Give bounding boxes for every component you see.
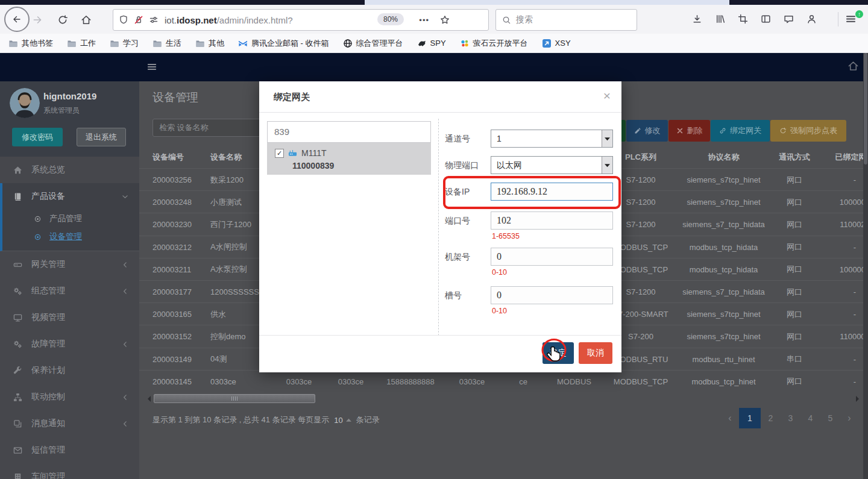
channel-select[interactable]: 1 [491,130,613,148]
cancel-button[interactable]: 取消 [579,342,612,364]
physical-port-select[interactable]: 以太网 [491,156,613,174]
horizontal-scrollbar[interactable] [148,393,859,403]
bookmark-xsy[interactable]: XSY [542,39,571,48]
sidebar-item-label: 产品设备 [31,191,65,202]
sidebar-item-fault-mgmt[interactable]: 故障管理 [0,331,139,357]
bookmark-study[interactable]: 学习 [110,38,139,49]
bookmark-star-icon[interactable] [440,15,450,25]
bind-gateway-modal: 绑定网关 × 839 ✓ M111T 110000839 通道号1物理端口以太网… [259,81,621,372]
modal-divider [438,119,439,336]
sidebar-item-message-notify[interactable]: 消息通知 [0,410,139,437]
next-page-button[interactable]: › [840,413,858,424]
rack-input[interactable]: 0 [491,248,613,266]
gears-icon [13,340,23,349]
page-title: 设备管理 [153,90,198,105]
change-password-button[interactable]: 修改密码 [12,128,63,146]
page-button-5[interactable]: 5 [820,408,840,428]
slot-input[interactable]: 0 [491,286,613,304]
sidebar-item-sms-mgmt[interactable]: 短信管理 [0,437,139,463]
cursor-hand-icon [546,346,562,365]
bookmark-tencent-mail[interactable]: 腾讯企业邮箱 - 收件箱 [238,38,329,49]
device-search-input[interactable]: 检索 设备名称 [153,119,261,137]
sidebar-item-device-mgmt[interactable]: 设备管理 [2,228,139,246]
screenshot-icon[interactable] [738,14,748,24]
page-actions-icon[interactable]: ••• [419,16,429,25]
download-icon[interactable] [692,14,702,24]
table-cell: 200003230 [148,213,206,236]
sidebar-item-workshop-mgmt[interactable]: 车间管理 [0,463,139,479]
sidebar-collapse-icon[interactable] [146,61,157,72]
dot-circle-icon [34,215,42,223]
window-titlebar [0,0,868,5]
sidebar-item-label: 网关管理 [31,259,65,270]
bookmark-label: 工作 [80,38,96,49]
chevron-left-icon [121,261,129,269]
scroll-right-arrow-icon[interactable] [856,396,859,402]
records-suffix: 条记录 [356,415,380,425]
gateway-search-input[interactable]: 839 [267,121,431,143]
column-header[interactable]: 协议名称 [680,146,767,168]
sidebar-item-overview[interactable]: 系统总览 [0,157,139,183]
scroll-left-arrow-icon[interactable] [148,396,151,402]
gateway-list-item[interactable]: ✓ M111T 110000839 [267,143,431,175]
gateway-checkbox[interactable]: ✓ [275,149,284,158]
sidebar-item-config-mgmt[interactable]: 组态管理 [0,278,139,304]
scrollbar-thumb[interactable] [154,394,315,403]
sidebar-item-gateway-mgmt[interactable]: 网关管理 [0,251,139,278]
bookmark-life[interactable]: 生活 [153,38,181,49]
bookmark-spy[interactable]: SPY [417,39,446,48]
prev-page-button[interactable]: ‹ [721,413,739,424]
bookmark-ys-cloud[interactable]: 萤石云开放平台 [460,38,528,49]
home-button[interactable] [80,14,92,26]
bookmark-misc[interactable]: 其他 [195,38,224,49]
port-input[interactable]: 102 [491,211,613,230]
username: hignton2019 [43,91,96,101]
forward-button[interactable] [31,14,43,26]
sidebar-item-label: 系统总览 [31,164,65,175]
permissions-icon[interactable] [149,15,159,25]
messages-icon[interactable] [784,14,794,24]
account-icon[interactable] [807,14,817,24]
table-cell: 0303ce [444,371,500,393]
shield-icon[interactable] [119,15,128,25]
logout-button[interactable]: 退出系统 [77,128,126,146]
search-box[interactable]: 搜索 [495,9,637,31]
page-button-1[interactable]: 1 [739,408,761,428]
page-size-select[interactable]: 10 [334,416,351,425]
sidebar-item-product-mgmt[interactable]: 产品管理 [2,210,139,228]
reload-button[interactable] [57,14,69,26]
sidebar-item-linkage-control[interactable]: 联动控制 [0,384,139,410]
url-bar[interactable]: iot.idosp.net/admin/index.html? 80% ••• [113,9,489,31]
page-button-3[interactable]: 3 [781,408,800,428]
bookmark-mgmt-platform[interactable]: 综合管理平台 [343,38,403,49]
page-button-4[interactable]: 4 [800,408,820,428]
table-cell: MODBUS [547,371,602,393]
sidebar-item-maintenance-plan[interactable]: 保养计划 [0,357,139,384]
window-scrollbar-thumb[interactable] [864,53,867,164]
app-home-icon[interactable] [848,60,859,72]
window-scrollbar[interactable] [863,53,868,479]
bind-gateway-button[interactable]: 绑定网关 [711,120,770,142]
table-cell: - [822,281,868,303]
library-icon[interactable] [715,14,725,24]
bookmark-work[interactable]: 工作 [67,38,96,49]
column-header[interactable]: 已绑定网关 [822,146,868,168]
delete-button[interactable]: 删除 [668,120,710,142]
column-header[interactable]: 设备编号 [148,146,206,168]
page-button-2[interactable]: 2 [761,408,781,428]
caret-down-icon[interactable] [602,130,612,147]
edit-button[interactable]: 修改 [626,120,668,142]
force-sync-button[interactable]: 强制同步点表 [770,120,846,142]
zoom-badge[interactable]: 80% [377,13,404,25]
sidebar-item-product-device[interactable]: 产品设备 [2,183,139,210]
sidebar-toggle-icon[interactable] [761,14,771,24]
bookmark-other-bookmarks[interactable]: 其他书签 [8,38,53,49]
caret-down-icon[interactable] [602,157,612,174]
sidebar-item-video-mgmt[interactable]: 视频管理 [0,304,139,331]
column-header[interactable]: 通讯方式 [767,146,822,168]
screen: iot.idosp.net/admin/index.html? 80% ••• … [0,0,868,479]
back-button[interactable] [4,7,30,32]
table-row[interactable]: 2000031450303ce0303ce0303ce1588888888803… [139,370,868,393]
bookmark-label: 其他 [209,38,224,49]
insecure-lock-icon[interactable] [134,15,143,25]
